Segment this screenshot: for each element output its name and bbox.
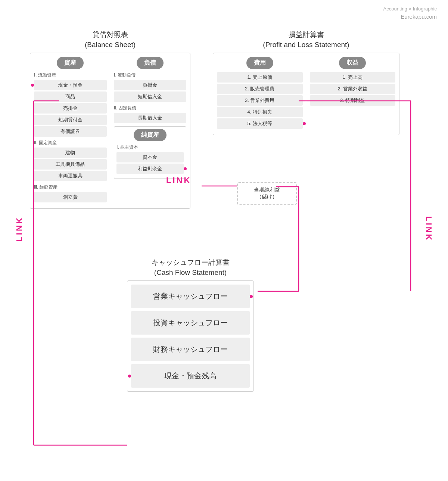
balance-sheet-title: 貸借対照表 (Balance Sheet) [30, 30, 190, 50]
equity-pill: 純資産 [134, 129, 167, 141]
list-item: 売掛金 [34, 103, 107, 114]
list-item: 創立費 [34, 192, 107, 202]
list-item: 商品 [34, 91, 107, 102]
watermark-line1: Accounting × Infographic [383, 5, 437, 13]
list-item: 1. 売上原価 [217, 72, 303, 83]
list-item: 2. 販売管理費 [217, 84, 303, 94]
link-label-right: LINK [424, 216, 433, 241]
net-income-line1: 当期純利益 [254, 187, 280, 193]
pl-section: 損益計算書 (Profit and Loss Statement) 費用 1. … [213, 30, 399, 135]
list-item: 建物 [34, 148, 107, 158]
revenue-items: 1. 売上高 2. 営業外収益 3. 特別利益 [310, 72, 396, 106]
list-item: 長期借入金 [114, 113, 187, 123]
list-item: 財務キャッシュフロー [131, 338, 250, 361]
liabilities-pill: 負債 [137, 57, 164, 69]
fixed-assets-items: 建物 工具機具備品 車両運搬具 [34, 148, 107, 181]
list-item: 利益剰余金 [116, 164, 184, 174]
net-income-box: 当期純利益 （儲け） [237, 182, 297, 205]
expenses-pill: 費用 [246, 57, 273, 69]
link-label-left: LINK [15, 216, 24, 241]
list-item: 現金・預金残高 [131, 364, 250, 388]
equity-box: 純資産 Ⅰ. 株主資本 資本金 利益剰余金 [114, 126, 187, 179]
list-item: 3. 営業外費用 [217, 95, 303, 106]
assets-pill: 資産 [57, 57, 84, 69]
balance-sheet-box: 資産 Ⅰ. 流動資産 現金・預金 商品 売掛金 短期貸付金 有価証券 Ⅱ. 固定… [30, 53, 190, 209]
fixed-liab-items: 長期借入金 [114, 113, 187, 123]
list-item: 3. 特別利益 [310, 95, 396, 106]
expenses-column: 費用 1. 売上原価 2. 販売管理費 3. 営業外費用 4. 特別損失 5. … [217, 57, 306, 131]
fixed-assets-title: Ⅱ. 固定資産 [34, 140, 107, 146]
current-assets-items: 現金・預金 商品 売掛金 短期貸付金 有価証券 [34, 80, 107, 137]
list-item: 営業キャッシュフロー [131, 285, 250, 308]
list-item: 工具機具備品 [34, 159, 107, 170]
list-item: 短期貸付金 [34, 115, 107, 125]
current-liab-items: 買掛金 短期借入金 [114, 80, 187, 102]
cashflow-title: キャッシュフロー計算書 (Cash Flow Statement) [127, 258, 254, 277]
capital-items: 資本金 利益剰余金 [116, 152, 184, 174]
list-item: 2. 営業外収益 [310, 84, 396, 94]
cashflow-section: キャッシュフロー計算書 (Cash Flow Statement) 営業キャッシ… [127, 258, 254, 392]
current-assets-title: Ⅰ. 流動資産 [34, 72, 107, 78]
watermark: Accounting × Infographic Eurekapu.com [383, 5, 437, 21]
deferred-assets-title: Ⅲ. 繰延資産 [34, 184, 107, 190]
list-item: 車両運搬具 [34, 171, 107, 181]
list-item: 投資キャッシュフロー [131, 311, 250, 335]
watermark-line2: Eurekapu.com [383, 13, 437, 21]
list-item: 買掛金 [114, 80, 187, 90]
pl-title: 損益計算書 (Profit and Loss Statement) [213, 30, 399, 50]
revenue-column: 収益 1. 売上高 2. 営業外収益 3. 特別利益 [306, 57, 396, 131]
revenue-pill: 収益 [339, 57, 366, 69]
assets-column: 資産 Ⅰ. 流動資産 現金・預金 商品 売掛金 短期貸付金 有価証券 Ⅱ. 固定… [34, 57, 110, 205]
cashflow-box: 営業キャッシュフロー 投資キャッシュフロー 財務キャッシュフロー 現金・預金残高 [127, 280, 254, 392]
list-item: 1. 売上高 [310, 72, 396, 83]
list-item: 5. 法人税等 [217, 118, 303, 129]
capital-title: Ⅰ. 株主資本 [116, 144, 184, 150]
current-liab-title: Ⅰ. 流動負債 [114, 72, 187, 78]
link-label-middle: LINK [166, 176, 191, 185]
expenses-items: 1. 売上原価 2. 販売管理費 3. 営業外費用 4. 特別損失 5. 法人税… [217, 72, 303, 129]
list-item: 現金・預金 [34, 80, 107, 90]
pl-box: 費用 1. 売上原価 2. 販売管理費 3. 営業外費用 4. 特別損失 5. … [213, 53, 399, 135]
fixed-liab-title: Ⅱ. 固定負債 [114, 105, 187, 111]
list-item: 有価証券 [34, 126, 107, 137]
list-item: 短期借入金 [114, 91, 187, 102]
net-income-line2: （儲け） [256, 193, 277, 200]
list-item: 資本金 [116, 152, 184, 162]
deferred-assets-items: 創立費 [34, 192, 107, 202]
list-item: 4. 特別損失 [217, 107, 303, 117]
